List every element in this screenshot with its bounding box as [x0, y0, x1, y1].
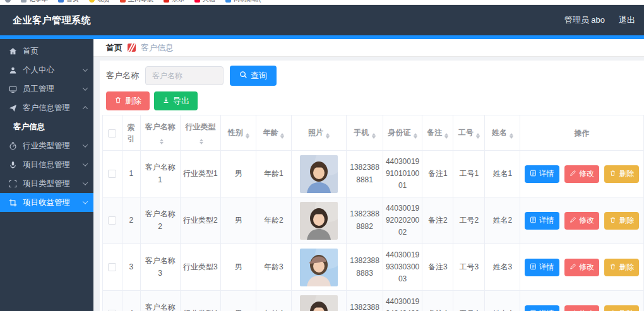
bookmark-label: 天猫 — [203, 0, 215, 4]
bookmark-item[interactable]: 上网导航 — [120, 0, 153, 4]
column-header-real_name[interactable]: 姓名 — [485, 115, 520, 151]
sort-carets-icon — [510, 133, 513, 139]
row-select-cell — [103, 291, 122, 311]
timer-icon — [8, 141, 17, 150]
cell-name: 客户名称4 — [140, 291, 180, 311]
main-area: 首页 客户信息 客户名称 查询 删除 导出 — [93, 39, 644, 311]
cell-gender: 男 — [221, 197, 256, 244]
delete-selected-button[interactable]: 删除 — [106, 91, 150, 110]
row-select-cell — [103, 244, 122, 291]
bookmark-label: 网易邮箱( — [234, 0, 261, 4]
app-header: 企业客户管理系统 管理员 abo 退出 — [0, 5, 644, 35]
cell-index: 3 — [122, 244, 140, 291]
table-row: 1 客户名称1 行业类型1 男 年龄1 13823888881 44030019… — [103, 151, 644, 197]
sort-carets-icon — [326, 133, 330, 139]
sort-carets-icon — [160, 139, 164, 144]
sidebar-item-4[interactable]: 行业类型管理 — [0, 136, 93, 155]
cell-photo — [291, 151, 347, 197]
breadcrumb-current: 客户信息 — [141, 42, 174, 54]
row-delete-button[interactable]: 删除 — [604, 259, 639, 276]
sidebar-subitem[interactable]: 客户信息 — [0, 117, 93, 136]
column-header-id_card[interactable]: 身份证 — [383, 115, 422, 151]
browser-icon[interactable] — [5, 0, 11, 3]
bookmark-item[interactable]: 网易邮箱( — [225, 0, 261, 4]
row-delete-button[interactable]: 删除 — [604, 212, 639, 230]
monitor-icon — [8, 85, 17, 93]
row-checkbox[interactable] — [108, 263, 116, 271]
pencil-icon — [569, 216, 576, 225]
row-delete-button[interactable]: 删除 — [604, 165, 639, 183]
breadcrumb-home-link[interactable]: 首页 — [106, 42, 122, 54]
column-header-job_no[interactable]: 工号 — [453, 115, 485, 151]
bookmark-label: 记事本 — [29, 0, 48, 4]
sidebar-item-6[interactable]: 项目类型管理 — [0, 174, 93, 193]
bookmark-item[interactable]: 首页 — [58, 0, 79, 4]
cell-phone: 13823888883 — [347, 244, 383, 291]
download-icon — [162, 96, 170, 106]
edit-button[interactable]: 修改 — [564, 305, 599, 311]
bookmark-item[interactable]: 天猫 — [194, 0, 215, 4]
column-header-gender[interactable]: 性别 — [221, 115, 256, 151]
bookmark-item[interactable]: 记事本 — [21, 0, 48, 4]
logout-button[interactable]: 退出 — [619, 15, 635, 26]
column-header-industry[interactable]: 行业类型 — [180, 115, 221, 151]
column-header-age[interactable]: 年龄 — [256, 115, 292, 151]
edit-button[interactable]: 修改 — [564, 212, 599, 230]
cell-job-no: 工号3 — [453, 244, 485, 291]
bookmark-item[interactable]: 现货 — [89, 0, 110, 4]
table-row: 4 客户名称4 行业类型4 男 年龄4 13823888884 44030019… — [103, 291, 644, 311]
sidebar-item-label: 客户信息管理 — [23, 103, 78, 114]
crop-icon — [8, 198, 17, 207]
select-all-header[interactable] — [103, 115, 122, 151]
trash-icon — [609, 216, 616, 225]
row-checkbox[interactable] — [108, 170, 116, 178]
query-button[interactable]: 查询 — [230, 66, 277, 86]
sort-carets-icon — [444, 133, 448, 139]
column-header-remark[interactable]: 备注 — [422, 115, 453, 151]
cell-job-no: 工号4 — [453, 291, 485, 311]
column-header-photo[interactable]: 照片 — [291, 115, 347, 151]
sidebar-item-2[interactable]: 员工管理 — [0, 79, 93, 98]
customer-photo — [300, 295, 338, 311]
sidebar-item-label: 项目类型管理 — [23, 179, 78, 189]
chevron-down-icon — [83, 161, 88, 166]
column-header-index: 索引 — [122, 115, 140, 151]
edit-button[interactable]: 修改 — [564, 165, 599, 183]
customer-name-input[interactable] — [145, 66, 224, 85]
customer-photo — [300, 202, 338, 240]
detail-button[interactable]: 详情 — [525, 212, 559, 230]
detail-button[interactable]: 详情 — [525, 305, 559, 311]
column-header-actions: 操作 — [520, 115, 644, 151]
cell-actions: 详情 修改 删除 — [520, 291, 644, 311]
row-checkbox[interactable] — [108, 216, 116, 225]
cell-job-no: 工号1 — [453, 151, 485, 197]
row-delete-button[interactable]: 删除 — [604, 305, 639, 311]
sidebar-item-0[interactable]: 首页 — [0, 42, 93, 61]
column-header-name[interactable]: 客户名称 — [140, 115, 180, 151]
sidebar-item-1[interactable]: 个人中心 — [0, 61, 93, 79]
browser-bookmarks-bar: 记事本 首页 现货 上网导航 京东 天猫 网易邮箱( — [0, 0, 644, 5]
cell-gender: 男 — [221, 244, 256, 291]
select-all-checkbox[interactable] — [108, 129, 116, 138]
export-button[interactable]: 导出 — [154, 91, 198, 110]
search-label: 客户名称 — [106, 70, 139, 81]
detail-button[interactable]: 详情 — [525, 259, 559, 276]
bookmark-label: 首页 — [66, 0, 79, 4]
sidebar-item-label: 项目收益管理 — [23, 197, 78, 208]
sidebar-item-5[interactable]: 项目信息管理 — [0, 155, 93, 174]
cell-remark: 备注3 — [422, 244, 453, 291]
customer-photo — [300, 249, 338, 286]
detail-button[interactable]: 详情 — [525, 165, 559, 183]
edit-button[interactable]: 修改 — [564, 259, 599, 276]
cell-industry: 行业类型2 — [180, 197, 221, 244]
bookmark-item[interactable]: 京东 — [164, 0, 184, 4]
chevron-down-icon — [83, 180, 88, 185]
sidebar-item-3[interactable]: 客户信息管理 — [0, 98, 93, 117]
cell-phone: 13823888881 — [347, 151, 383, 197]
column-header-phone[interactable]: 手机 — [347, 115, 383, 151]
cell-id-card: 440300199303030003 — [383, 244, 422, 291]
chevron-down-icon — [83, 85, 88, 90]
sidebar-item-7[interactable]: 项目收益管理 — [0, 193, 93, 212]
table-row: 2 客户名称2 行业类型2 男 年龄2 13823888882 44030019… — [103, 197, 644, 244]
detail-icon — [530, 216, 537, 225]
